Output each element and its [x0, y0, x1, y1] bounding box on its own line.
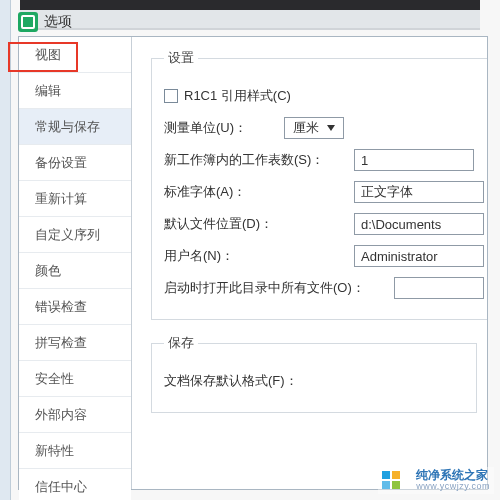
- chevron-down-icon: [327, 125, 335, 131]
- sidebar-item-recalc[interactable]: 重新计算: [19, 181, 131, 217]
- input-default-path[interactable]: [354, 213, 484, 235]
- input-sheets[interactable]: [354, 149, 474, 171]
- group-save: 保存 文档保存默认格式(F)：: [151, 334, 477, 413]
- label-username: 用户名(N)：: [164, 247, 354, 265]
- group-settings-title: 设置: [164, 49, 198, 67]
- label-default-path: 默认文件位置(D)：: [164, 215, 354, 233]
- app-icon: [18, 12, 38, 32]
- sidebar-item-security[interactable]: 安全性: [19, 361, 131, 397]
- checkbox-r1c1[interactable]: [164, 89, 178, 103]
- sidebar-item-general-save[interactable]: 常规与保存: [19, 109, 131, 145]
- group-save-title: 保存: [164, 334, 198, 352]
- sidebar-item-trust-center[interactable]: 信任中心: [19, 469, 131, 500]
- left-edge-strip: [0, 0, 11, 500]
- watermark-url: www.ycwjzy.com: [416, 482, 490, 492]
- underlying-divider: [20, 28, 480, 30]
- sidebar-item-edit[interactable]: 编辑: [19, 73, 131, 109]
- sidebar-item-error-check[interactable]: 错误检查: [19, 289, 131, 325]
- content-area: 设置 R1C1 引用样式(C) 测量单位(U)： 厘米 新工作簿内的工作表数(S…: [133, 37, 487, 489]
- dialog-title: 选项: [44, 13, 72, 31]
- select-unit[interactable]: 厘米: [284, 117, 344, 139]
- input-font[interactable]: [354, 181, 484, 203]
- sidebar-item-view[interactable]: 视图: [19, 37, 131, 73]
- label-sheets: 新工作簿内的工作表数(S)：: [164, 151, 354, 169]
- input-username[interactable]: [354, 245, 484, 267]
- label-r1c1: R1C1 引用样式(C): [184, 87, 291, 105]
- label-font: 标准字体(A)：: [164, 183, 354, 201]
- sidebar-item-spell-check[interactable]: 拼写检查: [19, 325, 131, 361]
- underlying-toolbar: [20, 10, 480, 28]
- watermark-logo: [382, 471, 410, 489]
- sidebar: 视图 编辑 常规与保存 备份设置 重新计算 自定义序列 颜色 错误检查 拼写检查…: [19, 37, 132, 489]
- sidebar-item-backup[interactable]: 备份设置: [19, 145, 131, 181]
- label-unit: 测量单位(U)：: [164, 119, 284, 137]
- underlying-titlebar: [20, 0, 480, 10]
- options-panel: 视图 编辑 常规与保存 备份设置 重新计算 自定义序列 颜色 错误检查 拼写检查…: [18, 36, 488, 490]
- watermark: 纯净系统之家 www.ycwjzy.com: [378, 467, 494, 494]
- sidebar-item-external[interactable]: 外部内容: [19, 397, 131, 433]
- sidebar-item-color[interactable]: 颜色: [19, 253, 131, 289]
- label-save-format: 文档保存默认格式(F)：: [164, 372, 354, 390]
- select-unit-value: 厘米: [293, 119, 319, 137]
- label-open-all: 启动时打开此目录中所有文件(O)：: [164, 279, 394, 297]
- input-open-all[interactable]: [394, 277, 484, 299]
- sidebar-item-custom-lists[interactable]: 自定义序列: [19, 217, 131, 253]
- sidebar-item-new-features[interactable]: 新特性: [19, 433, 131, 469]
- group-settings: 设置 R1C1 引用样式(C) 测量单位(U)： 厘米 新工作簿内的工作表数(S…: [151, 49, 487, 320]
